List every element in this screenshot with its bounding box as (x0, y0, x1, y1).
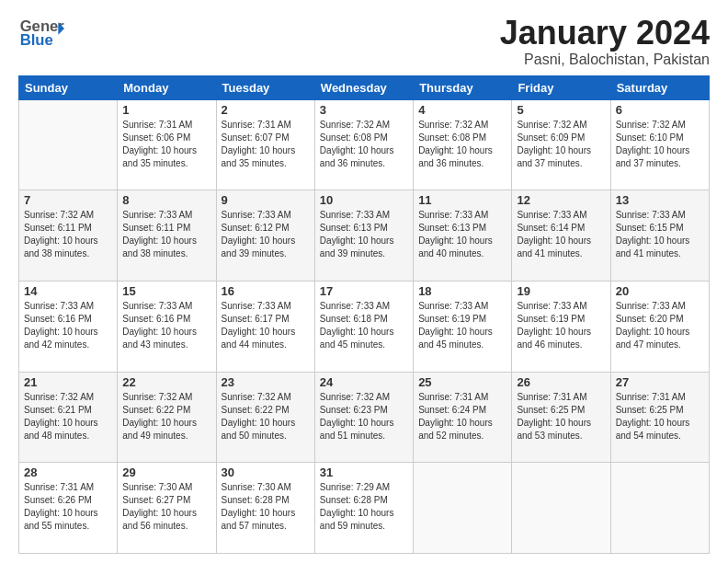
calendar-cell: 15Sunrise: 7:33 AM Sunset: 6:16 PM Dayli… (118, 281, 216, 372)
calendar-header-monday: Monday (118, 75, 216, 99)
day-info: Sunrise: 7:33 AM Sunset: 6:14 PM Dayligh… (517, 209, 605, 260)
day-info: Sunrise: 7:32 AM Sunset: 6:21 PM Dayligh… (24, 391, 112, 442)
day-info: Sunrise: 7:31 AM Sunset: 6:25 PM Dayligh… (517, 391, 605, 442)
calendar-table: SundayMondayTuesdayWednesdayThursdayFrid… (18, 75, 710, 554)
day-info: Sunrise: 7:32 AM Sunset: 6:11 PM Dayligh… (24, 209, 112, 260)
day-info: Sunrise: 7:31 AM Sunset: 6:26 PM Dayligh… (24, 481, 112, 533)
day-info: Sunrise: 7:33 AM Sunset: 6:20 PM Dayligh… (616, 300, 704, 351)
day-number: 30 (222, 465, 310, 479)
calendar-header-friday: Friday (512, 75, 610, 99)
day-number: 20 (616, 284, 704, 298)
day-number: 26 (517, 375, 605, 389)
calendar-cell: 24Sunrise: 7:32 AM Sunset: 6:23 PM Dayli… (314, 372, 413, 463)
day-info: Sunrise: 7:30 AM Sunset: 6:27 PM Dayligh… (122, 481, 210, 533)
calendar-cell: 10Sunrise: 7:33 AM Sunset: 6:13 PM Dayli… (314, 190, 413, 282)
calendar-cell: 2Sunrise: 7:31 AM Sunset: 6:07 PM Daylig… (216, 99, 314, 190)
calendar-cell (512, 463, 610, 554)
calendar-cell (414, 463, 512, 554)
day-number: 28 (24, 465, 112, 479)
day-number: 29 (122, 465, 210, 479)
calendar-cell: 23Sunrise: 7:32 AM Sunset: 6:22 PM Dayli… (216, 372, 314, 463)
logo-icon: General Blue (18, 15, 64, 52)
day-number: 7 (24, 193, 112, 207)
day-number: 4 (418, 103, 506, 117)
calendar-week-row: 28Sunrise: 7:31 AM Sunset: 6:26 PM Dayli… (19, 463, 710, 554)
day-info: Sunrise: 7:32 AM Sunset: 6:09 PM Dayligh… (517, 119, 605, 170)
calendar-cell: 16Sunrise: 7:33 AM Sunset: 6:17 PM Dayli… (216, 281, 314, 372)
day-number: 6 (616, 103, 704, 117)
calendar-cell: 19Sunrise: 7:33 AM Sunset: 6:19 PM Dayli… (512, 281, 610, 372)
day-info: Sunrise: 7:33 AM Sunset: 6:16 PM Dayligh… (122, 300, 210, 351)
day-info: Sunrise: 7:32 AM Sunset: 6:08 PM Dayligh… (418, 119, 506, 170)
calendar-cell: 26Sunrise: 7:31 AM Sunset: 6:25 PM Dayli… (512, 372, 610, 463)
calendar-cell (610, 463, 709, 554)
calendar-header-tuesday: Tuesday (216, 75, 314, 99)
day-number: 15 (122, 284, 210, 298)
day-number: 1 (122, 103, 210, 117)
calendar-week-row: 7Sunrise: 7:32 AM Sunset: 6:11 PM Daylig… (19, 190, 710, 282)
day-number: 13 (616, 193, 704, 207)
calendar-cell: 28Sunrise: 7:31 AM Sunset: 6:26 PM Dayli… (19, 463, 118, 554)
day-number: 10 (320, 193, 408, 207)
day-number: 12 (517, 193, 605, 207)
calendar-cell: 25Sunrise: 7:31 AM Sunset: 6:24 PM Dayli… (414, 372, 512, 463)
day-info: Sunrise: 7:29 AM Sunset: 6:28 PM Dayligh… (320, 481, 408, 533)
day-info: Sunrise: 7:33 AM Sunset: 6:18 PM Dayligh… (320, 300, 408, 351)
day-number: 25 (418, 375, 506, 389)
day-number: 8 (122, 193, 210, 207)
calendar-cell: 8Sunrise: 7:33 AM Sunset: 6:11 PM Daylig… (118, 190, 216, 282)
day-info: Sunrise: 7:33 AM Sunset: 6:12 PM Dayligh… (222, 209, 310, 260)
day-number: 18 (418, 284, 506, 298)
calendar-week-row: 14Sunrise: 7:33 AM Sunset: 6:16 PM Dayli… (19, 281, 710, 372)
page: General Blue January 2024 Pasni, Balochi… (0, 0, 728, 563)
day-number: 2 (222, 103, 310, 117)
day-number: 23 (222, 375, 310, 389)
calendar-cell: 12Sunrise: 7:33 AM Sunset: 6:14 PM Dayli… (512, 190, 610, 282)
calendar-header-thursday: Thursday (414, 75, 512, 99)
calendar-cell: 7Sunrise: 7:32 AM Sunset: 6:11 PM Daylig… (19, 190, 118, 282)
calendar-cell: 11Sunrise: 7:33 AM Sunset: 6:13 PM Dayli… (414, 190, 512, 282)
header: General Blue January 2024 Pasni, Balochi… (18, 15, 710, 68)
calendar-header-wednesday: Wednesday (314, 75, 413, 99)
day-number: 22 (122, 375, 210, 389)
calendar-cell (19, 99, 118, 190)
day-info: Sunrise: 7:32 AM Sunset: 6:08 PM Dayligh… (320, 119, 408, 170)
calendar-cell: 5Sunrise: 7:32 AM Sunset: 6:09 PM Daylig… (512, 99, 610, 190)
day-info: Sunrise: 7:31 AM Sunset: 6:07 PM Dayligh… (222, 119, 310, 170)
svg-text:Blue: Blue (20, 31, 53, 49)
day-number: 9 (222, 193, 310, 207)
calendar-cell: 6Sunrise: 7:32 AM Sunset: 6:10 PM Daylig… (610, 99, 709, 190)
calendar-cell: 9Sunrise: 7:33 AM Sunset: 6:12 PM Daylig… (216, 190, 314, 282)
logo: General Blue (18, 15, 64, 52)
day-number: 11 (418, 193, 506, 207)
day-number: 21 (24, 375, 112, 389)
day-info: Sunrise: 7:33 AM Sunset: 6:19 PM Dayligh… (418, 300, 506, 351)
day-info: Sunrise: 7:31 AM Sunset: 6:24 PM Dayligh… (418, 391, 506, 442)
day-number: 16 (222, 284, 310, 298)
calendar-cell: 1Sunrise: 7:31 AM Sunset: 6:06 PM Daylig… (118, 99, 216, 190)
calendar-cell: 13Sunrise: 7:33 AM Sunset: 6:15 PM Dayli… (610, 190, 709, 282)
calendar-week-row: 21Sunrise: 7:32 AM Sunset: 6:21 PM Dayli… (19, 372, 710, 463)
day-info: Sunrise: 7:33 AM Sunset: 6:11 PM Dayligh… (122, 209, 210, 260)
day-info: Sunrise: 7:32 AM Sunset: 6:10 PM Dayligh… (616, 119, 704, 170)
calendar-cell: 4Sunrise: 7:32 AM Sunset: 6:08 PM Daylig… (414, 99, 512, 190)
calendar-cell: 17Sunrise: 7:33 AM Sunset: 6:18 PM Dayli… (314, 281, 413, 372)
calendar-cell: 21Sunrise: 7:32 AM Sunset: 6:21 PM Dayli… (19, 372, 118, 463)
calendar-header-sunday: Sunday (19, 75, 118, 99)
calendar-header-row: SundayMondayTuesdayWednesdayThursdayFrid… (19, 75, 710, 99)
calendar-week-row: 1Sunrise: 7:31 AM Sunset: 6:06 PM Daylig… (19, 99, 710, 190)
day-info: Sunrise: 7:33 AM Sunset: 6:19 PM Dayligh… (517, 300, 605, 351)
title-section: January 2024 Pasni, Balochistan, Pakista… (500, 15, 710, 68)
day-info: Sunrise: 7:30 AM Sunset: 6:28 PM Dayligh… (222, 481, 310, 533)
day-info: Sunrise: 7:33 AM Sunset: 6:16 PM Dayligh… (24, 300, 112, 351)
day-info: Sunrise: 7:31 AM Sunset: 6:06 PM Dayligh… (122, 119, 210, 170)
day-number: 3 (320, 103, 408, 117)
calendar-cell: 14Sunrise: 7:33 AM Sunset: 6:16 PM Dayli… (19, 281, 118, 372)
day-info: Sunrise: 7:33 AM Sunset: 6:13 PM Dayligh… (320, 209, 408, 260)
day-info: Sunrise: 7:31 AM Sunset: 6:25 PM Dayligh… (616, 391, 704, 442)
subtitle: Pasni, Balochistan, Pakistan (500, 52, 710, 68)
calendar-cell: 20Sunrise: 7:33 AM Sunset: 6:20 PM Dayli… (610, 281, 709, 372)
calendar-cell: 29Sunrise: 7:30 AM Sunset: 6:27 PM Dayli… (118, 463, 216, 554)
calendar-cell: 22Sunrise: 7:32 AM Sunset: 6:22 PM Dayli… (118, 372, 216, 463)
day-number: 5 (517, 103, 605, 117)
